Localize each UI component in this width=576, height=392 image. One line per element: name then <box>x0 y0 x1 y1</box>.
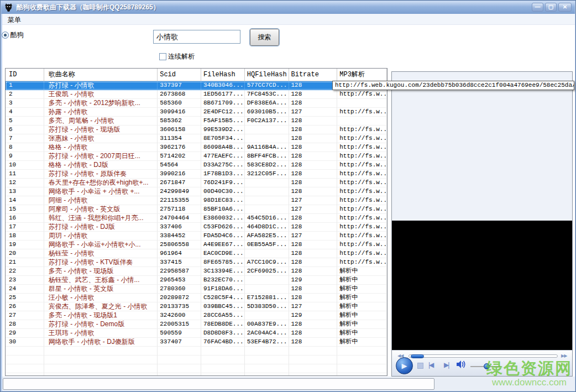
table-row[interactable]: 4孙露 - 小情歌30994162E4DFC12...693010B5...12… <box>6 108 387 117</box>
checkbox-label: 连续解析 <box>168 52 195 61</box>
table-row[interactable]: 23杨钰莹、武艺、王栎鑫 - 小情...2965453B232EC70...12… <box>6 276 387 285</box>
table-cell <box>337 117 387 126</box>
table-cell: http://fs.w... <box>337 108 387 117</box>
app-icon <box>4 3 13 12</box>
table-row[interactable]: 16韩红、汪涵 - 我想和你唱+月亮...24704464E3860032...… <box>6 214 387 223</box>
table-cell: http://fs.w... <box>337 170 387 179</box>
table-row[interactable]: 17苏打绿 - 小情歌 - DJ版337406C53FD626...464D8D… <box>6 223 387 232</box>
stop-button[interactable] <box>417 363 423 369</box>
table-cell: 585362 <box>158 117 201 126</box>
table-row[interactable]: 26宾俊杰、陈泽希、夏之光 - 小情歌20133735039BBC45...5D… <box>6 302 387 311</box>
table-row[interactable]: 15阿摩司 - 小情歌 - 英文版275711885BF10A6...127ht… <box>6 205 387 214</box>
table-cell: 20 <box>6 249 44 258</box>
table-cell: C53FD626... <box>201 223 245 232</box>
table-row[interactable]: 11苏打绿 - 小情歌 - 原版伴奏39902161F78B1D3...3212… <box>6 170 387 179</box>
table-cell: 25 <box>6 294 44 302</box>
table-cell: 苏打绿 - 小情歌 - 现场版 <box>44 126 158 134</box>
previous-button[interactable]: |◀ <box>428 361 433 369</box>
table-row[interactable]: 2王俊凯 - 小情歌26738681ED56177...7FC8453C...1… <box>6 90 387 99</box>
table-row[interactable]: 9苏打绿 - 小情歌 - 2007周日狂...5714202477EAEFC..… <box>6 152 387 161</box>
status-input[interactable] <box>3 378 434 390</box>
table-cell: 2CF69025... <box>245 267 289 276</box>
table-cell: http://fs.w... <box>337 205 387 214</box>
table-cell: 00D40C30... <box>201 187 245 196</box>
table-cell: D33A275C... <box>201 161 245 170</box>
column-header[interactable]: Scid <box>158 69 201 81</box>
table-cell: 128 <box>289 152 338 161</box>
table-row[interactable]: 5多亮、周笔畅 - 小情歌585362F5AF15B5...F0C2A137..… <box>6 117 387 126</box>
table-cell: 76FAC4BD... <box>201 338 245 347</box>
table-row[interactable]: 12春天里+存在+想你的夜+high歌+...267184776D241F9..… <box>6 179 387 187</box>
table-cell: 1F78B1D3... <box>201 170 245 179</box>
play-button[interactable]: ▶ <box>396 357 413 374</box>
search-button[interactable]: 搜索 <box>250 29 279 46</box>
seek-thumb[interactable] <box>411 354 424 358</box>
table-row[interactable]: 21苏打绿 - 小情歌 - KTV版伴奏3374158FE65785...A7C… <box>6 258 387 267</box>
maximize-button[interactable]: ▢ <box>545 3 557 12</box>
close-button[interactable]: ✕ <box>558 3 572 12</box>
table-row[interactable]: 28苏打绿 - 小情歌 - Demo版2200531578EDB8DE...00… <box>6 320 387 329</box>
table-cell: http://fs.w... <box>337 143 387 152</box>
table-cell <box>245 134 289 143</box>
seek-forward-icon[interactable]: ▶▶ <box>561 353 567 358</box>
table-cell: 337397 <box>158 81 201 90</box>
table-row[interactable]: 13网络歌手 - 小幸运 + 小情歌 +...2429984900D40C30.… <box>6 187 387 196</box>
table-row[interactable]: 20杨钰莹 - 小情歌961964EAC0CD9E...128http://fs… <box>6 249 387 258</box>
table-cell: 12 <box>6 179 44 187</box>
table-cell: 128 <box>289 249 338 258</box>
table-row[interactable] <box>6 364 387 373</box>
table-row[interactable]: 6苏打绿 - 小情歌 - 现场版360615899E539D2...128htt… <box>6 126 387 134</box>
table-row[interactable]: 8格格 - 小情歌396217686098A4B...9A116B4A...12… <box>6 143 387 152</box>
menu-item-caidan[interactable]: 菜单 <box>2 14 27 25</box>
source-radio-kugou[interactable]: 酷狗 <box>2 30 24 40</box>
table-cell: 128 <box>289 329 338 338</box>
table-cell: 王琪玮 - 小情歌 <box>44 329 158 338</box>
table-row[interactable] <box>6 373 387 376</box>
column-header[interactable]: FileHash <box>201 69 245 81</box>
table-row[interactable]: 14阿细 - 小情歌2211535598D1EC83...127http://f… <box>6 196 387 205</box>
table-row[interactable]: 29王琪玮 - 小情歌590559D8D8D8F3...2AC04AC4...1… <box>6 329 387 338</box>
table-body: 1苏打绿 - 小情歌337397340B3046...577CC7CD...12… <box>6 81 387 376</box>
column-header[interactable]: ID <box>6 69 44 81</box>
table-cell: 解析中 <box>337 320 387 329</box>
table-cell: 78EDB8DE... <box>201 320 245 329</box>
volume-thumb[interactable] <box>484 363 490 369</box>
minimize-button[interactable]: — <box>532 3 543 12</box>
table-cell: D8D8D8F3... <box>201 329 245 338</box>
table-cell: 多亮、周笔畅 - 小情歌 <box>44 117 158 126</box>
checkbox-icon[interactable] <box>159 53 166 60</box>
table-cell: 127 <box>289 205 338 214</box>
volume-speaker-icon[interactable] <box>456 360 467 371</box>
table-row[interactable]: 3多亮 - 小情歌 - 2012梦响新歌...5853608B671709...… <box>6 99 387 108</box>
table-row[interactable]: 19网络歌手 - 小幸运+小情歌+小...25806558A4E9EE67...… <box>6 241 387 249</box>
table-row[interactable]: 25汪小敏 - 小情歌20289872C528C5F4...E7152881..… <box>6 294 387 302</box>
table-row[interactable]: 30网络歌手 - 小情歌 - DJ傻新版33740776FAC4BD...53E… <box>6 338 387 347</box>
table-row[interactable] <box>6 356 387 364</box>
table-row[interactable]: 18周玥 - 小情歌3384452FDA5D4C6...AFA582E5...1… <box>6 232 387 241</box>
table-row[interactable]: 24群星 - 小情歌 - 英文版278036091F18DA6...128解析中 <box>6 285 387 294</box>
table-cell: 127 <box>289 232 338 241</box>
continuous-parse-checkbox[interactable]: 连续解析 <box>159 52 195 61</box>
column-header[interactable]: MP3解析 <box>337 69 387 81</box>
table-row[interactable]: 1苏打绿 - 小情歌337397340B3046...577CC7CD...12… <box>6 81 387 90</box>
search-input[interactable] <box>153 30 240 44</box>
volume-slider[interactable] <box>470 366 501 367</box>
table-row[interactable]: 27多亮 - 小情歌 - 现场版1324260028CC6A55...129解析… <box>6 311 387 320</box>
radio-icon[interactable] <box>2 32 9 39</box>
table-cell: 8 <box>6 143 44 152</box>
table-cell: 340B3046... <box>201 81 245 90</box>
next-button[interactable]: ▶| <box>444 361 448 369</box>
table-cell: 苏打绿 - 小情歌 - DJ版 <box>44 223 158 232</box>
column-header[interactable]: HQFileHash <box>245 69 289 81</box>
table-cell: 128 <box>289 161 338 170</box>
table-row[interactable]: 10格格 - 小情歌 - DJ版54564D33A275C...583CE8D2… <box>6 161 387 170</box>
table-row[interactable]: 7张惠妹 - 小情歌3113548E705F34...128http://fs.… <box>6 134 387 143</box>
column-header[interactable]: Bitrate <box>289 69 338 81</box>
table-row[interactable]: 22多亮 - 小情歌 - 现场版229585873C13394E...2CF69… <box>6 267 387 276</box>
table-cell: 3962176 <box>158 143 201 152</box>
column-header[interactable]: 歌曲名称 <box>44 69 158 81</box>
table-cell: 26 <box>6 302 44 311</box>
table-row[interactable] <box>6 347 387 356</box>
seek-slider[interactable] <box>409 354 558 358</box>
title-bar[interactable]: 酷狗收费歌曲下载器（咖啡制作QQ258789265） — ▢ ✕ <box>1 1 575 14</box>
